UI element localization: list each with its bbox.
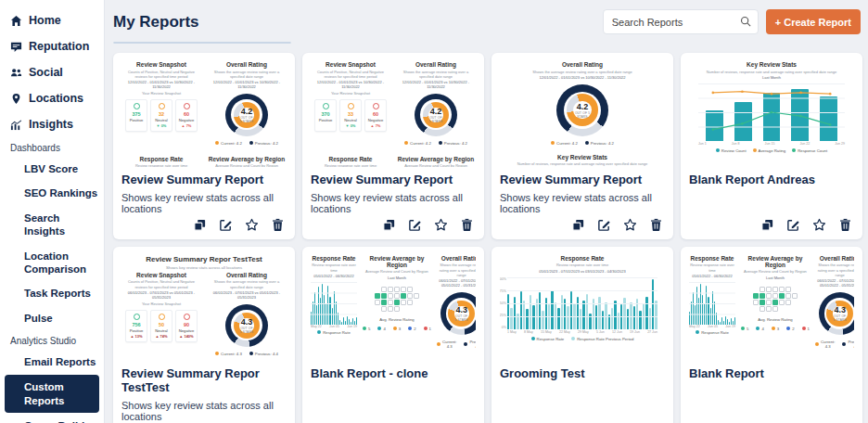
delete-trash-icon[interactable]	[838, 218, 852, 232]
favorite-star-icon[interactable]	[245, 218, 259, 232]
favorite-star-icon[interactable]	[434, 218, 448, 232]
legend-label: Current: 4.3	[442, 340, 457, 349]
panel-title: Overall Rating	[526, 61, 639, 68]
chart-gridlines	[311, 282, 357, 325]
duplicate-icon[interactable]	[760, 218, 774, 232]
duplicate-icon[interactable]	[193, 218, 207, 232]
legend-item: Current: 4.2	[404, 141, 431, 146]
legend-label: Previous: 4.2	[444, 141, 467, 146]
duplicate-icon[interactable]	[571, 218, 585, 232]
map-state	[772, 306, 778, 312]
thumbnail-title: Review Summary Repor TestTest	[121, 255, 287, 263]
sidebar-item-seo-rankings[interactable]: SEO Rankings	[0, 181, 104, 205]
bar-chart	[311, 282, 357, 325]
sidebar-item-social[interactable]: Social	[0, 59, 104, 85]
panel-footers: Response RateReview response rate over t…	[311, 154, 476, 167]
map-state	[401, 293, 406, 299]
search-input[interactable]	[603, 9, 759, 34]
panel-title: Overall Rating	[396, 61, 476, 68]
panel-desc: Shows the average review rating over a s…	[437, 263, 476, 277]
legend-label: 2	[414, 327, 415, 331]
sidebar-section-label: Analytics Studio	[0, 330, 104, 350]
map-state	[760, 293, 765, 299]
duplicate-icon[interactable]	[382, 218, 396, 232]
report-card[interactable]: Review SnapshotCounts of Positive, Neutr…	[302, 53, 484, 239]
sentiment-box-negative: 90Negative▲ 140%	[175, 310, 198, 342]
x-label: Jun 19	[725, 325, 735, 328]
map-state	[785, 287, 791, 292]
map-state	[753, 300, 759, 305]
legend-label: Previous: 4.4	[469, 340, 476, 349]
sidebar-item-search-insights[interactable]: Search Insights	[0, 206, 104, 244]
panel-dates: 12/01/2022 - 01/01/2023 vs 10/30/2022 - …	[311, 80, 390, 89]
sidebar-item-location-comparison[interactable]: Location Comparison	[0, 244, 104, 282]
panel-title: Review Average by Region	[741, 255, 810, 268]
overall-rating-panel: Overall RatingShows the average review r…	[396, 59, 476, 146]
y-label: 75%	[500, 289, 506, 293]
sidebar-item-custom-reports[interactable]: Custom Reports	[5, 375, 99, 413]
panel-header: Overall RatingShows the average review r…	[207, 272, 287, 300]
rating-value: 4.3	[241, 317, 253, 327]
chart-legend: Current: 4.3Previous: 4.4	[437, 340, 476, 349]
delete-trash-icon[interactable]	[649, 218, 663, 232]
edit-icon[interactable]	[786, 218, 800, 232]
legend-swatch	[753, 148, 757, 152]
report-card[interactable]: Response RateReview response rate over t…	[681, 247, 862, 423]
edit-icon[interactable]	[597, 218, 611, 232]
panel-dates: 12/01/2022 - 01/01/2023 vs 10/30/2022 - …	[207, 80, 287, 89]
favorite-star-icon[interactable]	[812, 218, 826, 232]
sidebar-item-email-reports[interactable]: Email Reports	[0, 350, 104, 374]
create-report-button[interactable]: + Create Report	[766, 9, 861, 34]
panel-title: Review Average by Region	[363, 255, 431, 268]
delete-trash-icon[interactable]	[460, 218, 474, 232]
favorite-star-icon[interactable]	[623, 218, 637, 232]
x-axis-labels: 1 May8 May15 May22 May29 May5 Jun12 Jun1…	[507, 330, 657, 334]
map-state	[407, 293, 413, 299]
bar-chart: 100%75%50%25%0%	[507, 277, 657, 329]
report-card-title: Blank Report	[689, 367, 854, 381]
panel-header: Review SnapshotCounts of Positive, Neutr…	[121, 272, 201, 300]
legend-item: 4	[756, 327, 763, 331]
sentiment-face-icon	[159, 314, 165, 320]
report-card[interactable]: Key Review StatsNumber of reviews, respo…	[681, 53, 862, 239]
panel-desc: Counts of Positive, Neutral and Negative…	[121, 70, 201, 79]
edit-icon[interactable]	[408, 218, 422, 232]
report-card[interactable]: Response RateReview response rate over t…	[302, 247, 484, 423]
panel-desc: Review response rate over time	[311, 163, 390, 167]
map-state	[381, 300, 387, 305]
report-card[interactable]: Response RateReview response rate over t…	[491, 247, 673, 423]
map-state	[381, 287, 387, 292]
report-card-subtitle: Shows key review stats across all locati…	[500, 192, 665, 214]
chart-gridlines	[698, 83, 845, 141]
delete-trash-icon[interactable]	[271, 218, 285, 232]
legend-label: Current: 4.2	[556, 141, 578, 146]
report-card[interactable]: Review SnapshotCounts of Positive, Neutr…	[113, 53, 295, 239]
us-map	[363, 287, 431, 312]
sentiment-face-icon	[184, 314, 190, 320]
sidebar-item-query-builder[interactable]: Query Builder	[0, 414, 104, 423]
sidebar-item-reputation[interactable]: Reputation	[0, 33, 104, 59]
panel-desc: Shows the average review rating over a s…	[207, 70, 287, 79]
sidebar-item-task-reports[interactable]: Task Reports	[0, 281, 104, 305]
sidebar-item-insights[interactable]: Insights	[0, 111, 104, 137]
sidebar-item-lbv-score[interactable]: LBV Score	[0, 157, 104, 181]
legend-swatch	[756, 327, 760, 330]
panel-desc: Average Review and Count by Region	[363, 269, 431, 274]
panel-desc: Review response rate over time	[689, 263, 735, 272]
sidebar-item-home[interactable]: Home	[0, 7, 104, 33]
legend-label: 5	[368, 327, 370, 331]
report-thumbnail: Key Review StatsNumber of reviews, respo…	[689, 59, 854, 167]
report-card[interactable]: Overall RatingShows the average review r…	[491, 53, 673, 239]
map-state	[779, 300, 785, 305]
report-card[interactable]: Review Summary Repor TestTestShows key r…	[113, 247, 295, 423]
bar-chart	[698, 83, 845, 141]
panel-footers: Response RateReview response rate over t…	[121, 154, 287, 167]
map-state	[381, 306, 387, 312]
sidebar-item-pulse[interactable]: Pulse	[0, 306, 104, 330]
legend-label: 1	[429, 327, 431, 331]
sidebar-item-locations[interactable]: Locations	[0, 85, 104, 111]
panel-desc: Number of reviews, response rate and ave…	[689, 70, 854, 74]
edit-icon[interactable]	[219, 218, 233, 232]
legend-label: 4	[383, 327, 385, 331]
response-rate-panel: Response RateReview response rate over t…	[500, 255, 665, 341]
